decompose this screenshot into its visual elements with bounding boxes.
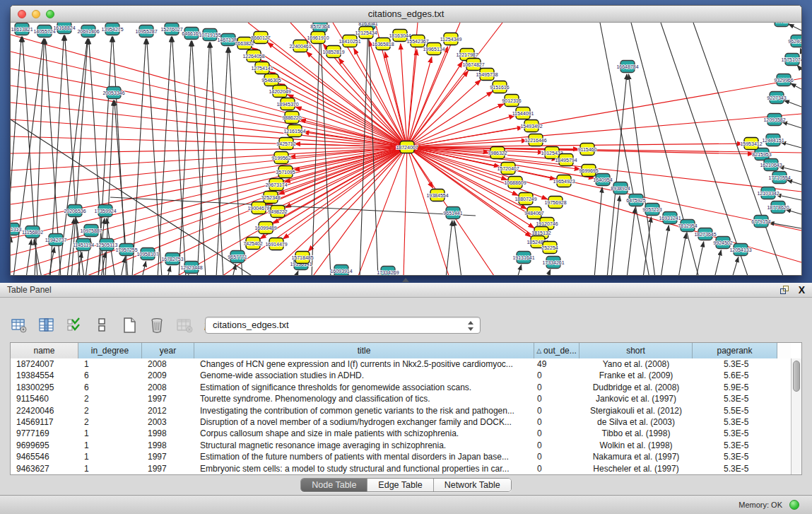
network-node-label: 9484067 (524, 211, 543, 216)
network-edge-black[interactable] (142, 262, 146, 275)
network-edge-black[interactable] (678, 233, 686, 275)
scrollbar-thumb[interactable] (793, 361, 800, 392)
vertical-scrollbar[interactable] (791, 358, 801, 474)
network-edge-black[interactable] (13, 39, 44, 275)
delete-table-icon[interactable] (148, 316, 166, 334)
network-edge-black[interactable] (11, 37, 21, 275)
column-header-out[interactable]: △out_de... (534, 343, 579, 358)
network-edge-black[interactable] (172, 37, 186, 275)
cell-pagerank: 5.3E-5 (693, 463, 777, 474)
network-node-label: 16782753 (161, 257, 183, 262)
column-header-pagerank[interactable]: pagerank (693, 343, 777, 358)
network-edge-black[interactable] (732, 257, 739, 275)
network-edge-red[interactable] (11, 147, 407, 238)
network-canvas[interactable]: 1861382114055724161688242069140613954275… (11, 23, 801, 275)
network-edge-black[interactable] (786, 209, 801, 214)
network-edge-black[interactable] (776, 194, 801, 200)
network-node-label: 12125434 (355, 30, 377, 35)
table-row[interactable]: 946362711997Embryonic stem cells: a mode… (11, 463, 791, 474)
tab-network-table[interactable]: Network Table (434, 479, 511, 491)
network-node-label: 18163044 (389, 33, 411, 38)
table-row[interactable]: 911546021997Tourette syndrome. Phenomeno… (11, 393, 791, 404)
network-edge-black[interactable] (784, 100, 801, 107)
network-edge-black[interactable] (26, 240, 31, 275)
table-row[interactable]: 977716911998Corpus callosum shape and si… (11, 428, 791, 439)
cell-year: 1998 (142, 428, 194, 439)
table-settings-icon[interactable] (10, 316, 28, 334)
network-node-label: 11544091 (512, 111, 534, 116)
network-edge-black[interactable] (787, 180, 801, 185)
network-edge-black[interactable] (517, 265, 522, 275)
table-select[interactable]: citations_edges.txt (205, 317, 481, 334)
network-edge-black[interactable] (216, 47, 228, 275)
network-edge-red[interactable] (11, 69, 407, 147)
network-edge-black[interactable] (446, 221, 452, 275)
float-panel-icon[interactable] (780, 286, 790, 295)
network-edge-black[interactable] (229, 47, 242, 275)
tab-edge-table[interactable]: Edge Table (367, 479, 433, 491)
network-node-label: 9546305 (261, 78, 281, 83)
network-edge-black[interactable] (454, 221, 461, 275)
column-header-name[interactable]: name (11, 343, 78, 358)
network-edge-black[interactable] (11, 237, 11, 275)
network-edge-red[interactable] (11, 147, 407, 204)
cell-short: Stergiakouli et al. (2012) (579, 405, 693, 416)
table-row[interactable]: 2242004622012Investigating the contribut… (11, 405, 791, 416)
network-edge-black[interactable] (782, 122, 801, 128)
network-edge-red[interactable] (404, 147, 407, 275)
network-edge-black[interactable] (607, 74, 627, 275)
row-height-icon[interactable] (93, 316, 111, 334)
column-header-short[interactable]: short (579, 343, 693, 358)
cell-title: Genome-wide association studies in ADHD. (194, 370, 534, 381)
network-edge-black[interactable] (594, 187, 602, 275)
network-edge-black[interactable] (547, 269, 551, 275)
network-node-label: 9199562 (271, 156, 290, 160)
table-row[interactable]: 1938455462009Genome-wide association stu… (11, 370, 791, 381)
network-edge-black[interactable] (769, 223, 801, 228)
network-edge-red[interactable] (11, 147, 407, 255)
network-edge-black[interactable] (167, 267, 170, 275)
network-window-titlebar[interactable]: citations_edges.txt (11, 6, 801, 23)
network-edge-black[interactable] (627, 208, 635, 275)
network-window[interactable]: citations_edges.txt 18613821140557241616… (10, 5, 802, 276)
column-header-in_degree[interactable]: in_degree (78, 343, 142, 358)
network-graph[interactable]: 1861382114055724161688242069140613954275… (11, 23, 801, 275)
close-panel-icon[interactable]: X (799, 284, 805, 296)
network-edge-red[interactable] (407, 71, 468, 147)
network-edge-red[interactable] (407, 49, 417, 147)
network-node-label: 20053346 (102, 90, 124, 95)
network-edge-black[interactable] (121, 257, 125, 275)
network-edge-black[interactable] (158, 37, 171, 275)
tab-node-table[interactable]: Node Table (301, 479, 367, 491)
table-row[interactable]: 1456911722003Disruption of a novel membe… (11, 416, 791, 428)
table-row[interactable]: 946554611997Estimation of the future num… (11, 451, 791, 462)
network-edge-red[interactable] (283, 147, 407, 239)
network-edge-black[interactable] (233, 264, 236, 275)
network-edge-red[interactable] (11, 52, 407, 147)
table-row[interactable]: 969969511998Structural magnetic resonanc… (11, 440, 791, 451)
network-edge-black[interactable] (187, 274, 189, 275)
table-row[interactable]: 1830029562008Estimation of significance … (11, 382, 791, 393)
network-edge-black[interactable] (797, 65, 801, 70)
cell-pagerank: 5.3E-5 (693, 428, 777, 439)
network-edge-black[interactable] (661, 226, 669, 275)
network-edge-black[interactable] (791, 83, 801, 89)
column-visibility-icon[interactable] (37, 316, 56, 334)
network-edge-black[interactable] (781, 142, 801, 148)
column-header-year[interactable]: year (142, 343, 194, 358)
network-node-label: 20673174 (265, 182, 287, 187)
column-header-title[interactable]: title (194, 343, 534, 358)
network-edge-black[interactable] (789, 24, 801, 30)
select-all-rows-icon[interactable] (65, 316, 83, 334)
splitter-handle[interactable] (402, 278, 409, 282)
network-node-label: 11254349 (440, 37, 462, 42)
network-edge-black[interactable] (714, 250, 721, 275)
table-row[interactable]: 1872400712008Changes of HCN gene express… (11, 358, 791, 370)
network-edge-black[interactable] (179, 41, 191, 275)
network-node[interactable] (775, 23, 789, 27)
network-edge-black[interactable] (800, 48, 801, 52)
new-table-icon[interactable] (120, 316, 139, 334)
network-node-label: 15495738 (476, 72, 498, 77)
cell-name: 9465546 (11, 451, 78, 462)
network-edge-black[interactable] (295, 271, 298, 275)
